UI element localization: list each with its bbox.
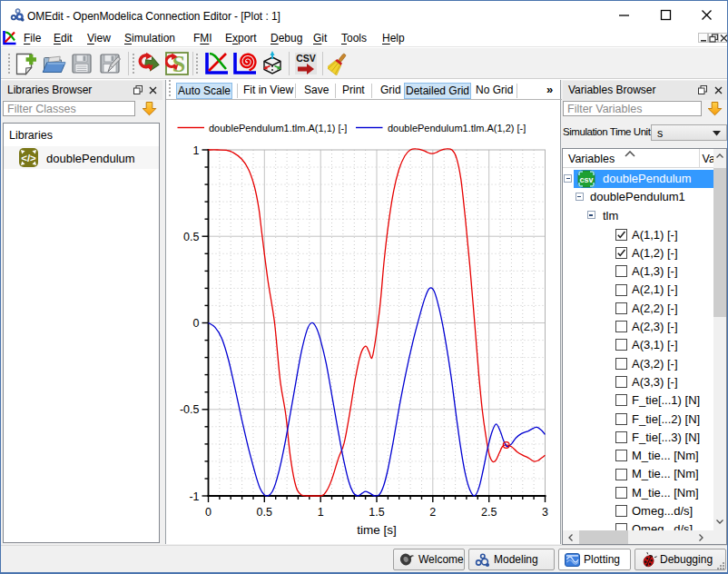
- svg-text:1: 1: [318, 506, 324, 519]
- svg-text:1: 1: [193, 144, 200, 157]
- svg-text:time [s]: time [s]: [357, 523, 397, 537]
- svg-text:0: 0: [193, 317, 200, 330]
- svg-text:doublePendulum1.tlm.A(1,2) [-]: doublePendulum1.tlm.A(1,2) [-]: [388, 123, 526, 134]
- svg-text:doublePendulum1.tlm.A(1,1) [-]: doublePendulum1.tlm.A(1,1) [-]: [209, 123, 347, 134]
- svg-text:-0.5: -0.5: [180, 403, 200, 416]
- svg-text:0.5: 0.5: [183, 231, 199, 243]
- svg-text:2.5: 2.5: [481, 506, 497, 519]
- svg-text:-1: -1: [189, 490, 199, 503]
- svg-text:0.5: 0.5: [257, 506, 272, 519]
- svg-text:csv: csv: [579, 175, 593, 184]
- svg-text:0: 0: [205, 506, 212, 519]
- svg-text:CSV: CSV: [296, 53, 316, 64]
- svg-text:</>: </>: [21, 152, 36, 163]
- svg-text:1.5: 1.5: [369, 506, 384, 519]
- svg-text:3: 3: [542, 506, 548, 519]
- svg-text:2: 2: [429, 506, 436, 519]
